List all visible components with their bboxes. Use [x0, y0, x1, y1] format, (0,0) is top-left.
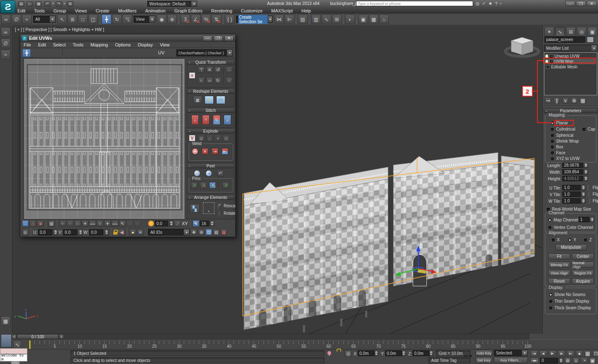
peel-reset-icon[interactable]: ↶: [217, 170, 224, 177]
key-filters-button[interactable]: Key Filters...: [494, 357, 528, 363]
ring-lines-icon[interactable]: ≡: [97, 220, 103, 227]
u-spinner[interactable]: [53, 229, 58, 235]
window-crossing-icon[interactable]: ◫: [88, 15, 98, 24]
y-coord-field[interactable]: 0.0m: [385, 350, 402, 356]
mapping-cap-checkbox[interactable]: Cap: [582, 127, 595, 131]
minimize-button[interactable]: —: [565, 1, 575, 6]
current-frame-spinner[interactable]: [559, 358, 563, 364]
favorites-star-icon[interactable]: ★: [488, 1, 493, 6]
width-field[interactable]: 109.854: [562, 169, 583, 175]
render-production-icon[interactable]: ♨: [379, 15, 389, 24]
weld-target-icon[interactable]: [192, 148, 198, 155]
edit-named-selection-sets-icon[interactable]: { }: [225, 15, 234, 24]
selection-filter-dropdown[interactable]: All▼: [33, 16, 56, 23]
help-dropdown-icon[interactable]: ▾: [500, 2, 502, 5]
region-fit-button[interactable]: Region Fit: [572, 270, 594, 276]
qt-align-horizontal-icon[interactable]: ⊤: [198, 66, 205, 73]
edge-mode-icon[interactable]: △: [29, 220, 36, 227]
time-prev-button[interactable]: <: [12, 334, 17, 339]
x-coord-spinner[interactable]: [374, 350, 378, 356]
peel-quick-icon[interactable]: ϟ: [194, 170, 200, 177]
uvw-pattern-arrow[interactable]: ▼: [227, 50, 232, 56]
object-color-swatch[interactable]: [587, 36, 594, 43]
next-frame-icon[interactable]: |▶: [558, 350, 565, 357]
snap-grid-icon[interactable]: ▦: [220, 229, 227, 235]
listener-resize-grip[interactable]: [11, 361, 20, 364]
help-icon[interactable]: ?: [495, 1, 498, 6]
qt-rotate-cw-icon[interactable]: ↻: [215, 77, 221, 84]
w-flip-checkbox[interactable]: [589, 198, 590, 204]
left-unlink-icon[interactable]: ∅: [1, 39, 10, 48]
search-binoculars-icon[interactable]: ◎: [476, 1, 480, 6]
align-icon[interactable]: ⊫: [285, 15, 294, 24]
mapping-option-face[interactable]: Face: [550, 150, 565, 155]
uv-edit-canvas[interactable]: [24, 58, 185, 219]
show-end-result-icon[interactable]: ∥: [554, 97, 560, 104]
qt-align-selected-icon[interactable]: +: [189, 72, 195, 79]
rollout-quick-transform[interactable]: -Quick Transform: [187, 60, 234, 65]
bitmap-fit-button[interactable]: Bitmap Fit: [548, 262, 570, 268]
selected-filter-arrow[interactable]: ▼: [522, 350, 527, 356]
play-icon[interactable]: ▶: [549, 350, 556, 357]
face-mode-icon[interactable]: ■: [37, 220, 44, 227]
redo-dropdown-icon[interactable]: ▾: [64, 2, 66, 5]
communication-center-icon[interactable]: ✓: [482, 1, 486, 6]
menu-item[interactable]: Tools: [33, 8, 46, 14]
weld-selected-icon[interactable]: ✕: [202, 148, 208, 155]
menu-item[interactable]: Views: [74, 8, 88, 14]
select-object-icon[interactable]: ↖: [57, 15, 67, 24]
map-channel-field[interactable]: 1: [578, 217, 589, 222]
menu-item[interactable]: Graph Editors: [173, 8, 203, 14]
schematic-view-icon[interactable]: ⊞: [332, 15, 342, 24]
select-element-arrow-icon[interactable]: ◀: [118, 229, 125, 235]
mirror-icon[interactable]: ⋈: [274, 15, 284, 24]
menu-item[interactable]: Modifiers: [117, 8, 137, 14]
select-and-rotate-icon[interactable]: ↻: [112, 15, 122, 24]
map-channel-spinner[interactable]: [590, 217, 594, 222]
qt-distribute-h-icon[interactable]: ↔: [226, 66, 232, 73]
named-selection-set-dropdown[interactable]: Create Selection Se▼: [236, 16, 273, 23]
close-button[interactable]: ✕: [587, 1, 597, 6]
rollout-peel[interactable]: -Peel: [187, 163, 234, 168]
brush-size-spinner[interactable]: [210, 221, 215, 226]
acquire-button[interactable]: Acquire: [572, 278, 594, 284]
rollout-reshape-elements[interactable]: -Reshape Elements: [187, 89, 234, 94]
soft-selection-icon[interactable]: [148, 221, 154, 226]
explode-flatten-by-id-icon[interactable]: ▤: [223, 135, 229, 141]
menu-item[interactable]: Rendering: [210, 8, 233, 14]
select-and-manipulate-icon[interactable]: ⊕: [167, 15, 177, 24]
stitch-target-icon[interactable]: ⇣: [224, 115, 231, 125]
y-coord-spinner[interactable]: [402, 350, 406, 356]
tab-create-icon[interactable]: ✶: [544, 27, 554, 36]
open-file-icon[interactable]: ▷: [27, 1, 33, 7]
ring-shrink-icon[interactable]: —: [112, 220, 118, 227]
zoom-region-icon[interactable]: ⊡: [205, 229, 212, 235]
uvw-move-icon[interactable]: ╋: [22, 49, 31, 57]
v-tile-field[interactable]: 1.0: [562, 192, 581, 197]
paint-select-sub-icon[interactable]: ◌: [134, 220, 141, 227]
reshape-grid-icon[interactable]: ▦: [193, 96, 202, 104]
unlink-selection-icon[interactable]: ∅: [12, 15, 21, 24]
freeze-snowflake-icon[interactable]: ✳: [137, 229, 144, 235]
paint-select-icon[interactable]: ✎: [119, 220, 126, 227]
w-field[interactable]: 0.0: [89, 229, 103, 235]
graphite-ribbon-icon[interactable]: ▥: [311, 15, 321, 24]
v-tile-spinner[interactable]: [581, 192, 586, 197]
uvw-pattern-dropdown[interactable]: CheckerPattern ( Checker ) ▼: [176, 49, 233, 56]
workspace-dropdown[interactable]: Workspace: Default ▼: [147, 1, 197, 7]
rectangular-selection-region-icon[interactable]: □: [78, 15, 88, 24]
key-mode-toggle-icon[interactable]: |◀▶|: [530, 357, 539, 364]
rotate-checkbox[interactable]: [219, 211, 220, 216]
snap-toggle-3d-icon[interactable]: 3Ω: [181, 15, 190, 24]
uvw-menu-item[interactable]: Select: [52, 42, 67, 48]
uvw-minimize-button[interactable]: —: [203, 36, 212, 41]
fit-button[interactable]: Fit: [548, 253, 570, 260]
set-key-button[interactable]: Set Key: [476, 357, 492, 363]
material-id-arrow[interactable]: ▼: [183, 229, 189, 235]
modifier-list-dropdown[interactable]: Modifier List ▼: [544, 45, 597, 51]
uvw-menu-item[interactable]: Tools: [72, 42, 84, 48]
zoom-extents-icon[interactable]: ▧: [213, 229, 220, 235]
curve-editor-icon[interactable]: ∿: [322, 15, 331, 24]
time-slider-handle[interactable]: 0 / 100: [17, 334, 59, 339]
render-setup-icon[interactable]: ▣: [359, 15, 368, 24]
